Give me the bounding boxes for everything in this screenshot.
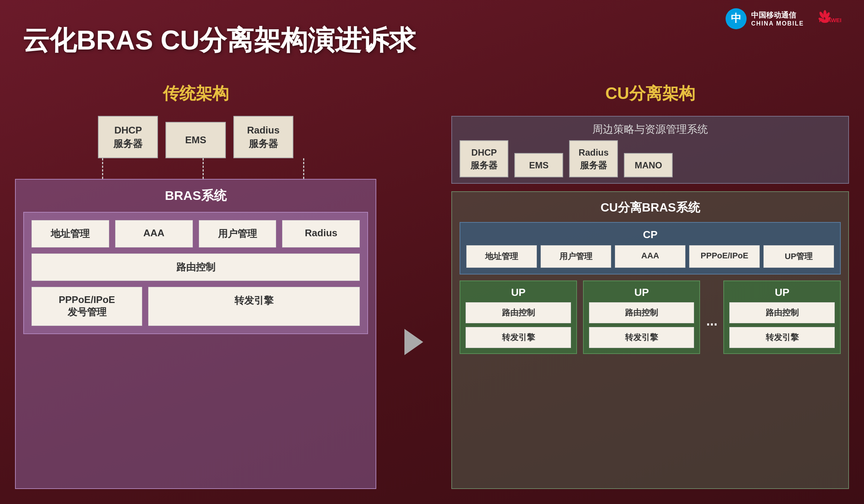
bras-function-row-1: 地址管理 AAA 用户管理 Radius: [32, 220, 360, 248]
peripheral-box: 周边策略与资源管理系统 DHCP服务器 EMS Radius服务器 MANO: [451, 116, 849, 184]
cp-aaa: AAA: [615, 245, 685, 268]
bras-inner: 地址管理 AAA 用户管理 Radius 路由控制 PPPoE/IPoE发号管理…: [23, 212, 368, 334]
up3-route-ctrl: 路由控制: [729, 302, 835, 323]
up1-route-ctrl: 路由控制: [466, 302, 571, 323]
cu-ems-box: EMS: [514, 153, 563, 178]
pppoe-box: PPPoE/IPoE发号管理: [32, 287, 142, 326]
bras-system: BRAS系统 地址管理 AAA 用户管理 Radius 路由控制 PPPoE/I…: [15, 179, 376, 489]
bras-function-row-3: PPPoE/IPoE发号管理 转发引擎: [32, 287, 360, 326]
radius-box: Radius: [282, 220, 360, 248]
logo-area: 中 中国移动通信 CHINA MOBILE HUAWEI: [725, 8, 849, 30]
main-title: 云化BRAS CU分离架构演进诉求: [23, 22, 416, 58]
up2-fwd-engine: 转发引擎: [589, 327, 694, 348]
cp-user-mgmt: 用户管理: [541, 245, 611, 268]
cu-title: CU分离架构: [451, 82, 849, 105]
fwd-engine-box: 转发引擎: [148, 287, 360, 326]
content-area: 传统架构 DHCP服务器 EMS Radius服务器 BRAS系统 地址管理 A…: [15, 82, 849, 489]
route-control-box: 路由控制: [32, 254, 360, 281]
cu-bras-title: CU分离BRAS系统: [460, 200, 841, 216]
traditional-top-services: DHCP服务器 EMS Radius服务器: [15, 116, 376, 158]
cu-column: CU分离架构 周边策略与资源管理系统 DHCP服务器 EMS Radius服务器…: [451, 82, 849, 489]
up3-fwd-engine: 转发引擎: [729, 327, 835, 348]
arrow-container: [399, 195, 429, 489]
radius-server-box: Radius服务器: [233, 116, 293, 158]
cp-functions: 地址管理 用户管理 AAA PPPoE/IPoE UP管理: [466, 245, 834, 268]
cp-up-mgmt: UP管理: [763, 245, 834, 268]
cu-dhcp-box: DHCP服务器: [460, 140, 508, 177]
peripheral-label: 周边策略与资源管理系统: [460, 122, 841, 136]
traditional-column: 传统架构 DHCP服务器 EMS Radius服务器 BRAS系统 地址管理 A…: [15, 82, 376, 489]
up-title-3: UP: [729, 286, 835, 298]
connector-line-1: [102, 158, 103, 179]
up2-route-ctrl: 路由控制: [589, 302, 694, 323]
bras-title: BRAS系统: [23, 187, 368, 204]
addr-mgmt-box: 地址管理: [32, 220, 109, 248]
traditional-connectors: [15, 158, 376, 179]
huawei-svg: HUAWEI: [811, 9, 849, 29]
up-title-1: UP: [466, 286, 571, 298]
ems-box: EMS: [165, 122, 225, 158]
cp-title: CP: [466, 229, 834, 241]
cp-addr-mgmt: 地址管理: [466, 245, 537, 268]
up-box-1: UP 路由控制 转发引擎: [460, 280, 577, 354]
svg-text:中: 中: [731, 12, 741, 24]
up-dots: ...: [706, 280, 717, 354]
traditional-title: 传统架构: [15, 82, 376, 105]
connector-line-3: [303, 158, 304, 179]
right-arrow-icon: [404, 329, 423, 355]
china-mobile-logo: 中 中国移动通信 CHINA MOBILE: [725, 8, 804, 30]
cu-mano-box: MANO: [624, 153, 673, 178]
up1-fwd-engine: 转发引擎: [466, 327, 571, 348]
up-row: UP 路由控制 转发引擎 UP 路由控制 转发引擎 ... UP 路由控制 转发…: [460, 280, 841, 354]
dhcp-server-box: DHCP服务器: [98, 116, 158, 158]
cu-radius-box: Radius服务器: [569, 140, 618, 177]
china-mobile-icon: 中: [725, 8, 747, 30]
svg-text:HUAWEI: HUAWEI: [819, 17, 841, 23]
peripheral-inner: DHCP服务器 EMS Radius服务器 MANO: [460, 140, 841, 177]
huawei-logo: HUAWEI: [811, 9, 849, 28]
up-box-2: UP 路由控制 转发引擎: [583, 280, 700, 354]
bras-function-row-2: 路由控制: [32, 254, 360, 281]
china-mobile-text: 中国移动通信 CHINA MOBILE: [751, 10, 804, 28]
connector-line-2: [203, 158, 204, 179]
up-box-3: UP 路由控制 转发引擎: [723, 280, 841, 354]
cp-box: CP 地址管理 用户管理 AAA PPPoE/IPoE UP管理: [460, 222, 841, 274]
up-title-2: UP: [589, 286, 694, 298]
cu-bras-system: CU分离BRAS系统 CP 地址管理 用户管理 AAA PPPoE/IPoE U…: [451, 191, 849, 489]
cp-pppoe: PPPoE/IPoE: [689, 245, 760, 268]
aaa-box: AAA: [115, 220, 193, 248]
user-mgmt-box: 用户管理: [199, 220, 276, 248]
